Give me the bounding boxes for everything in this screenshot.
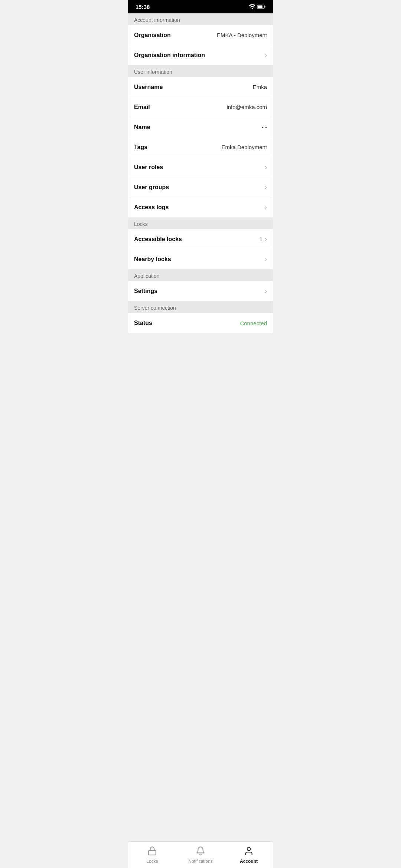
section-header-locks: Locks	[128, 217, 273, 229]
settings-chevron-wrap: ›	[265, 287, 267, 295]
user-roles-row[interactable]: User roles ›	[128, 157, 273, 177]
nearby-locks-chevron-icon: ›	[265, 256, 267, 263]
page-content: Account information Organisation EMKA - …	[128, 13, 273, 363]
accessible-locks-value: 1	[260, 236, 263, 242]
organisation-value: EMKA - Deployment	[217, 32, 267, 38]
email-label: Email	[134, 104, 150, 111]
organisation-information-chevron-icon: ›	[265, 52, 267, 59]
accessible-locks-label: Accessible locks	[134, 236, 182, 243]
application-section: Settings ›	[128, 281, 273, 301]
svg-point-0	[252, 8, 253, 9]
organisation-information-chevron-wrap: ›	[265, 52, 267, 59]
email-value: info@emka.com	[226, 104, 267, 110]
organisation-information-label: Organisation information	[134, 52, 205, 59]
status-icons	[248, 4, 265, 9]
settings-row[interactable]: Settings ›	[128, 281, 273, 301]
name-row: Name - -	[128, 117, 273, 137]
settings-chevron-icon: ›	[265, 287, 267, 295]
settings-label: Settings	[134, 288, 157, 295]
locks-section: Accessible locks 1 › Nearby locks ›	[128, 229, 273, 269]
user-roles-label: User roles	[134, 164, 163, 171]
user-groups-label: User groups	[134, 184, 169, 191]
nearby-locks-label: Nearby locks	[134, 256, 171, 263]
user-information-section: Username Emka Email info@emka.com Name -…	[128, 77, 273, 217]
account-information-section: Organisation EMKA - Deployment Organisat…	[128, 25, 273, 65]
tags-value: Emka Deployment	[221, 144, 267, 150]
accessible-locks-right: 1 ›	[260, 235, 267, 243]
section-header-application: Application	[128, 269, 273, 281]
status-value: Connected	[240, 320, 267, 326]
user-roles-chevron-icon: ›	[265, 163, 267, 171]
access-logs-chevron-icon: ›	[265, 204, 267, 211]
accessible-locks-chevron-icon: ›	[265, 235, 267, 243]
user-groups-chevron-icon: ›	[265, 183, 267, 191]
access-logs-chevron-wrap: ›	[265, 204, 267, 211]
name-label: Name	[134, 124, 150, 131]
accessible-locks-row[interactable]: Accessible locks 1 ›	[128, 229, 273, 249]
nearby-locks-chevron-wrap: ›	[265, 256, 267, 263]
access-logs-label: Access logs	[134, 204, 169, 211]
status-bar: 15:38	[128, 0, 273, 13]
user-groups-chevron-wrap: ›	[265, 183, 267, 191]
section-header-server-connection: Server connection	[128, 301, 273, 313]
email-row: Email info@emka.com	[128, 97, 273, 117]
status-row: Status Connected	[128, 313, 273, 333]
nearby-locks-row[interactable]: Nearby locks ›	[128, 249, 273, 269]
name-value: - -	[262, 124, 267, 130]
wifi-icon	[248, 4, 255, 9]
tags-row: Tags Emka Deployment	[128, 137, 273, 157]
section-header-user-information: User information	[128, 65, 273, 77]
user-roles-chevron-wrap: ›	[265, 163, 267, 171]
organisation-label: Organisation	[134, 32, 171, 39]
username-value: Emka	[253, 84, 267, 90]
organisation-information-row[interactable]: Organisation information ›	[128, 45, 273, 65]
username-label: Username	[134, 84, 163, 91]
user-groups-row[interactable]: User groups ›	[128, 177, 273, 197]
battery-icon	[257, 4, 265, 9]
access-logs-row[interactable]: Access logs ›	[128, 197, 273, 217]
svg-rect-3	[258, 5, 263, 8]
status-time: 15:38	[136, 4, 150, 10]
section-header-account-information: Account information	[128, 13, 273, 25]
organisation-row: Organisation EMKA - Deployment	[128, 25, 273, 45]
svg-rect-2	[264, 6, 265, 8]
status-label: Status	[134, 320, 152, 326]
tags-label: Tags	[134, 144, 147, 151]
server-connection-section: Status Connected	[128, 313, 273, 333]
username-row: Username Emka	[128, 77, 273, 97]
